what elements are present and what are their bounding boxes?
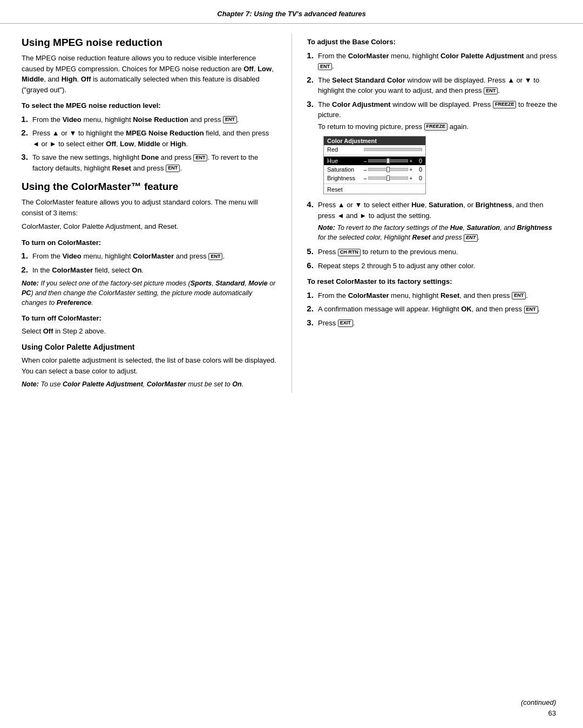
hue-slider-thumb <box>387 158 390 164</box>
right-arrow-icon <box>50 140 57 148</box>
color-adj-hue-row: Hue – + 0 <box>324 157 425 165</box>
section2-cpa-intro: When color palette adjustment is selecte… <box>22 355 276 376</box>
color-adj-reset-row: Reset <box>324 185 425 194</box>
section2-intro1: The ColorMaster feature allows you to ad… <box>22 197 276 218</box>
enter-btn-r-reset1: ENT <box>512 292 526 300</box>
color-adj-saturation-label: Saturation <box>327 166 364 173</box>
enter-btn-r-reset2: ENT <box>524 306 538 314</box>
right-steps-adjust: From the ColorMaster menu, highlight Col… <box>316 50 561 132</box>
section2-steps: From the Video menu, highlight ColorMast… <box>30 250 276 275</box>
enter-btn-icon2: ENT <box>193 154 207 162</box>
down-arrow-r2 <box>525 76 532 84</box>
section2-intro2: ColorMaster, Color Palette Adjustment, a… <box>22 221 276 232</box>
section2-turnoff: Select Off in Step 2 above. <box>22 326 276 337</box>
step4-note: Note: To revert to the factory settings … <box>318 223 561 242</box>
left-arr-4 <box>337 212 344 220</box>
enter-btn-4note: ENT <box>464 234 478 242</box>
exit-btn-r-reset3: EXIT <box>338 319 353 327</box>
color-adj-brightness-label: Brightness <box>327 175 364 181</box>
right-column: To adjust the Base Colors: From the Colo… <box>292 33 561 393</box>
up-arrow-icon <box>52 129 59 137</box>
section2-subheading1: To turn on ColorMaster: <box>22 237 276 248</box>
list-item: From the ColorMaster menu, highlight Res… <box>316 289 561 301</box>
color-adj-hue-value: 0 <box>412 158 422 164</box>
color-adj-brightness-row: Brightness – + 0 <box>324 174 425 182</box>
freeze-btn-r3: FREEZE <box>493 101 517 108</box>
left-column: Using MPEG noise reduction The MPEG nois… <box>22 33 292 393</box>
section2-title: Using the ColorMaster™ feature <box>22 181 276 193</box>
section1-intro: The MPEG noise reduction feature allows … <box>22 53 276 95</box>
red-bar-bg <box>364 148 422 151</box>
color-adj-red-row: Red <box>324 145 425 154</box>
color-adj-red-bar <box>364 148 422 151</box>
saturation-slider-thumb <box>387 167 390 172</box>
color-adj-divider1 <box>324 155 425 155</box>
list-item: A confirmation message will appear. High… <box>316 303 561 315</box>
down-arrow-icon <box>70 129 77 137</box>
right-arr-4 <box>360 212 367 220</box>
up-arrow-r2 <box>507 76 514 84</box>
list-item: From the Video menu, highlight ColorMast… <box>30 250 276 262</box>
color-adj-brightness-value: 0 <box>412 175 422 181</box>
section1-steps: From the Video menu, highlight Noise Red… <box>30 113 276 174</box>
page-number: 63 <box>548 709 556 717</box>
chapter-title: Chapter 7: Using the TV's advanced featu… <box>217 10 365 18</box>
color-adj-hue-label: Hue <box>327 158 364 164</box>
section2-subheading3: Using Color Palette Adjustment <box>22 342 276 353</box>
hue-bar-bg <box>368 159 409 162</box>
enter-btn-r1: ENT <box>318 63 332 71</box>
continued-label: (continued) <box>521 698 556 706</box>
color-adj-saturation-value: 0 <box>412 166 422 173</box>
section2-cpa-note: Note: To use Color Palette Adjustment, C… <box>22 379 276 389</box>
left-arrow-icon <box>32 140 39 148</box>
enter-btn-icon: ENT <box>223 116 237 124</box>
two-column-layout: Using MPEG noise reduction The MPEG nois… <box>0 33 583 393</box>
brightness-slider-thumb <box>387 175 390 181</box>
section2-note: Note: If you select one of the factory-s… <box>22 278 276 308</box>
color-adj-brightness-bar: – + <box>364 175 412 181</box>
freeze-btn-r3b: FREEZE <box>424 123 448 131</box>
list-item: To save the new settings, highlight Done… <box>30 151 276 173</box>
saturation-bar-bg <box>368 168 409 171</box>
color-adj-reset-label: Reset <box>327 186 364 193</box>
section2-subheading2: To turn off ColorMaster: <box>22 313 276 324</box>
list-item: Press or to highlight the MPEG Noise Red… <box>30 127 276 149</box>
chapter-header: Chapter 7: Using the TV's advanced featu… <box>0 0 583 24</box>
list-item: From the Video menu, highlight Noise Red… <box>30 113 276 125</box>
list-item: Press EXIT. <box>316 317 561 329</box>
list-item: The Select Standard Color window will be… <box>316 74 561 96</box>
color-adj-title: Color Adjustment <box>324 137 425 145</box>
list-item: In the ColorMaster field, select On. <box>30 264 276 276</box>
list-item: From the ColorMaster menu, highlight Col… <box>316 50 561 72</box>
section1-subheading: To select the MPEG noise reduction level… <box>22 100 276 111</box>
color-adj-red-label: Red <box>327 146 364 153</box>
list-item: The Color Adjustment window will be disp… <box>316 98 561 132</box>
chrtn-btn: CH RTN <box>338 249 361 256</box>
down-arr-4 <box>355 201 362 209</box>
list-item: Repeat steps 2 through 5 to adjust any o… <box>316 260 561 271</box>
right-subheading1: To adjust the Base Colors: <box>307 37 561 47</box>
color-adjustment-dialog: Color Adjustment Red Hue – <box>323 136 426 194</box>
enter-btn-icon3: ENT <box>166 165 180 172</box>
section1-title: Using MPEG noise reduction <box>22 37 276 49</box>
color-adj-saturation-bar: – + <box>364 167 412 173</box>
page: Chapter 7: Using the TV's advanced featu… <box>0 0 583 728</box>
color-adj-hue-bar: – + <box>364 158 412 164</box>
right-subheading2: To reset ColorMaster to its factory sett… <box>307 276 561 287</box>
right-steps-4-6: Press or to select either Hue, Saturatio… <box>316 199 561 271</box>
color-adj-saturation-row: Saturation – + 0 <box>324 165 425 174</box>
enter-btn-icon4: ENT <box>208 253 222 261</box>
up-arr-4 <box>338 201 345 209</box>
enter-btn-r2: ENT <box>484 87 498 95</box>
list-item: Press CH RTN to return to the previous m… <box>316 246 561 257</box>
right-reset-steps: From the ColorMaster menu, highlight Res… <box>316 289 561 329</box>
brightness-bar-bg <box>368 176 409 180</box>
color-adj-divider2 <box>324 183 425 184</box>
list-item: Press or to select either Hue, Saturatio… <box>316 199 561 242</box>
